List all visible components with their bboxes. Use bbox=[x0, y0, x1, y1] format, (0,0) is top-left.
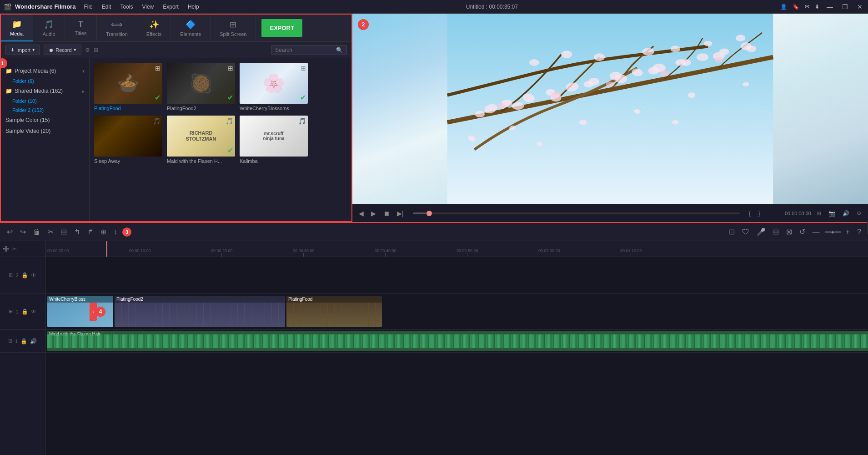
check-icon-2: ✔ bbox=[227, 93, 233, 102]
sidebar-item-project-media[interactable]: 📁 Project Media (6) ▾ bbox=[1, 66, 89, 76]
tab-transition[interactable]: ⟺ Transition bbox=[97, 15, 137, 41]
record-chevron-icon: ▾ bbox=[74, 47, 76, 53]
menu-tools[interactable]: Tools bbox=[115, 0, 137, 14]
track-v2-eye[interactable]: 👁 bbox=[31, 272, 36, 278]
search-input[interactable] bbox=[275, 47, 334, 53]
sidebar-item-sample-video[interactable]: Sample Video (20) bbox=[1, 126, 89, 136]
crop-button[interactable]: ⊟ bbox=[59, 227, 69, 237]
redo-button[interactable]: ↪ bbox=[18, 227, 28, 237]
pip-button[interactable]: ⊠ bbox=[784, 227, 794, 237]
media-grid: ⊞ ✔ 🍲 PlatingFood ⊞ ✔ 🥘 Plat bbox=[90, 58, 351, 221]
clip-platingfood[interactable]: PlatingFood bbox=[286, 296, 382, 327]
prev-frame-button[interactable]: ◀ bbox=[357, 209, 366, 218]
media-item-platingfood[interactable]: ⊞ ✔ 🍲 PlatingFood bbox=[94, 63, 162, 111]
speed-up-button[interactable]: + bbox=[843, 227, 852, 237]
record-button[interactable]: ⏺ Record ▾ bbox=[44, 45, 81, 55]
delete-button[interactable]: 🗑 bbox=[31, 227, 43, 237]
export-button[interactable]: EXPORT bbox=[261, 19, 302, 37]
tab-effects[interactable]: ✨ Effects bbox=[137, 15, 171, 41]
svg-point-12 bbox=[719, 48, 729, 55]
clip-platingfood-title: PlatingFood bbox=[286, 296, 382, 303]
next-frame-button[interactable]: ▶| bbox=[395, 209, 406, 218]
close-button[interactable]: ✕ bbox=[855, 3, 864, 10]
view-toggle-icon[interactable]: ⊞ bbox=[94, 47, 98, 53]
splitscreen-tab-icon: ⊞ bbox=[230, 20, 236, 30]
tab-audio[interactable]: 🎵 Audio bbox=[33, 15, 65, 41]
sidebar-item-sample-color[interactable]: Sample Color (15) bbox=[1, 115, 89, 126]
color-button[interactable]: ⊕ bbox=[98, 227, 109, 237]
clip-platingfood2-title: PlatingFood2 bbox=[115, 296, 285, 303]
cut-button[interactable]: ✂ bbox=[45, 227, 56, 237]
speed-slider[interactable]: ━━●━━ bbox=[825, 229, 841, 235]
subtitle-button[interactable]: ⊟ bbox=[771, 227, 781, 237]
tab-elements[interactable]: 🔷 Elements bbox=[171, 15, 211, 41]
voice-button[interactable]: 🎤 bbox=[754, 227, 768, 237]
maximize-button[interactable]: ❐ bbox=[840, 3, 850, 10]
ruler-mark-40: 00:00:40:00 bbox=[375, 248, 396, 257]
menu-file[interactable]: File bbox=[79, 0, 97, 14]
stop-button[interactable]: ⏹ bbox=[381, 209, 391, 218]
svg-point-2 bbox=[502, 100, 512, 107]
track-a1-lock[interactable]: 🔒 bbox=[20, 338, 27, 344]
rotate-right-button[interactable]: ↱ bbox=[85, 227, 95, 237]
reverse-button[interactable]: ↺ bbox=[797, 227, 808, 237]
track-a1-mute[interactable]: 🔊 bbox=[30, 338, 37, 344]
volume-button[interactable]: 🔊 bbox=[841, 209, 851, 217]
settings-button[interactable]: ⚙ bbox=[855, 209, 863, 217]
icon-download[interactable]: ⬇ bbox=[815, 4, 819, 10]
audio-clip-maid[interactable]: Maid with the Flaxen Hair bbox=[47, 331, 868, 351]
icon-bookmark[interactable]: 🔖 bbox=[793, 4, 799, 10]
svg-point-22 bbox=[747, 46, 756, 52]
clip-platingfood2[interactable]: PlatingFood2 bbox=[115, 296, 285, 327]
help-button[interactable]: ? bbox=[855, 227, 863, 237]
icon-mail[interactable]: ✉ bbox=[805, 4, 809, 10]
clip-whitecherry-title: WhiteCherryBloss bbox=[47, 296, 113, 303]
sidebar-shared-media-label: Shared Media (162) bbox=[15, 88, 63, 94]
mark-in-button[interactable]: { bbox=[747, 209, 753, 218]
mark-out-button[interactable]: } bbox=[756, 209, 762, 218]
media-item-maidflaxen[interactable]: 🎵 ✔ RICHARDSTOLTZMAN Maid with the Flaxe… bbox=[167, 116, 235, 164]
menu-help[interactable]: Help bbox=[183, 0, 204, 14]
icon-account[interactable]: 👤 bbox=[780, 4, 787, 10]
filter-icon[interactable]: ⚙ bbox=[85, 47, 90, 53]
sidebar-item-folder2[interactable]: Folder 2 (152) bbox=[1, 106, 89, 115]
edit-toolbar: ↩ ↪ 🗑 ✂ ⊟ ↰ ↱ ⊕ ↕ 3 ⊡ 🛡 🎤 ⊟ ⊠ ↺ — ━━●━━ … bbox=[0, 223, 868, 241]
snap-button[interactable]: ⊡ bbox=[727, 227, 737, 237]
play-button[interactable]: ▶ bbox=[369, 209, 378, 218]
record-icon: ⏺ bbox=[49, 47, 54, 53]
audio-tab-icon: 🎵 bbox=[44, 20, 54, 30]
sidebar-item-folder-10[interactable]: Folder (10) bbox=[1, 96, 89, 106]
tab-splitscreen[interactable]: ⊞ Split Screen bbox=[211, 15, 256, 41]
speed-down-button[interactable]: — bbox=[810, 227, 822, 237]
track-v1-eye[interactable]: 👁 bbox=[31, 308, 36, 315]
splitscreen-tab-label: Split Screen bbox=[220, 31, 246, 37]
tab-titles[interactable]: T Titles bbox=[65, 15, 97, 41]
add-track-button[interactable]: ➕ bbox=[3, 246, 10, 252]
menu-export[interactable]: Export bbox=[158, 0, 183, 14]
track-v1-lock[interactable]: 🔒 bbox=[21, 308, 28, 315]
svg-point-28 bbox=[743, 82, 749, 86]
media-item-whitecherry[interactable]: ⊞ ✔ 🌸 WhiteCherryBlossoms bbox=[240, 63, 308, 111]
progress-bar[interactable] bbox=[413, 212, 740, 214]
title-bar-right: 👤 🔖 ✉ ⬇ — ❐ ✕ bbox=[780, 3, 864, 10]
sidebar-item-shared-media[interactable]: 📁 Shared Media (162) ▸ bbox=[1, 86, 89, 96]
media-item-sleepaway[interactable]: 🎵 Sleep Away bbox=[94, 116, 162, 164]
rotate-left-button[interactable]: ↰ bbox=[72, 227, 82, 237]
minimize-button[interactable]: — bbox=[825, 3, 835, 10]
import-button[interactable]: ⬇ Import ▾ bbox=[5, 45, 40, 55]
menu-edit[interactable]: Edit bbox=[97, 0, 116, 14]
tab-media[interactable]: 📁 Media bbox=[1, 15, 33, 41]
screen-size-button[interactable]: ⊞ bbox=[815, 209, 823, 217]
media-item-platingfood2[interactable]: ⊞ ✔ 🥘 PlatingFood2 bbox=[167, 63, 235, 111]
ruler-mark-110: 00:01:10:00 bbox=[620, 248, 642, 257]
effects-tab-icon: ✨ bbox=[149, 20, 159, 30]
audio-adj-button[interactable]: ↕ bbox=[111, 227, 120, 237]
mask-button[interactable]: 🛡 bbox=[740, 227, 752, 237]
menu-view[interactable]: View bbox=[137, 0, 158, 14]
scissors-track-button[interactable]: ✂ bbox=[12, 246, 17, 252]
track-v2-lock[interactable]: 🔒 bbox=[21, 272, 28, 278]
media-item-kalimba[interactable]: 🎵 mr.scruffninja tuna Kalimba bbox=[240, 116, 308, 164]
undo-button[interactable]: ↩ bbox=[5, 227, 15, 237]
snapshot-button[interactable]: 📷 bbox=[827, 209, 837, 217]
sidebar-item-folder[interactable]: Folder (6) bbox=[1, 76, 89, 86]
